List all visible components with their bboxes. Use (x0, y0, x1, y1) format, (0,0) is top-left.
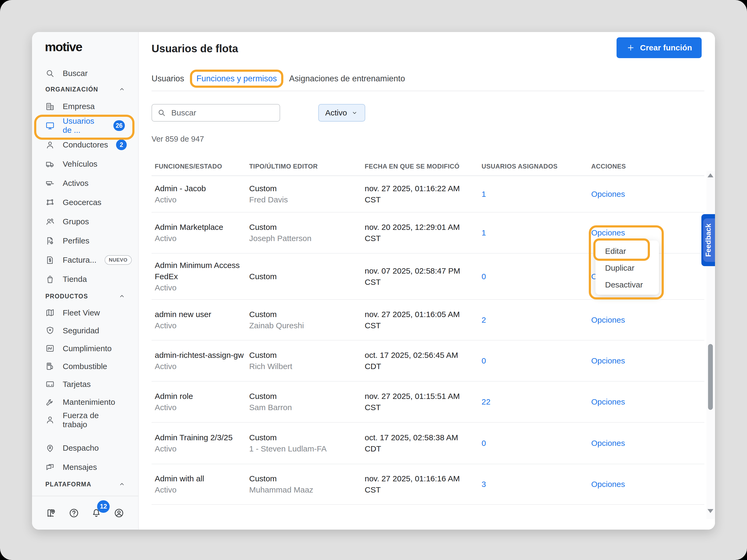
role-name: admin-richtest-assign-gw (155, 350, 249, 361)
sidebar-item-fuerza-de-trabajo[interactable]: Fuerza de trabajo (32, 411, 138, 429)
sidebar-item-despacho[interactable]: Despacho (32, 438, 138, 458)
sidebar-item-label: Despacho (63, 444, 99, 453)
sidebar-item-grupos[interactable]: Grupos (32, 212, 138, 231)
role-type: Custom (249, 391, 365, 402)
assigned-users-link[interactable]: 0 (482, 439, 486, 448)
options-link[interactable]: Opciones (591, 228, 625, 237)
scroll-up-arrow[interactable] (707, 174, 713, 177)
sidebar-item-label: Factura... (63, 256, 97, 265)
sidebar-item-mensajes[interactable]: Mensajes (32, 458, 138, 477)
sidebar-item-facturacion[interactable]: Factura...NUEVO (32, 250, 138, 270)
tab-label: Usuarios (152, 74, 184, 83)
sidebar-item-label: Usuarios de ... (63, 116, 105, 135)
sidebar-item-empresa[interactable]: Empresa (32, 97, 138, 116)
table-row: Admin roleActivoCustomSam Barronnov. 27 … (152, 381, 704, 423)
assigned-users-link[interactable]: 3 (482, 480, 486, 488)
sidebar-item-label: Fleet View (63, 308, 100, 317)
sidebar-item-perfiles[interactable]: Perfiles (32, 231, 138, 250)
sidebar-item-cumplimiento[interactable]: Cumplimiento (32, 340, 138, 357)
role-modified-date: nov. 27 2025, 01:16:16 AM CST (365, 473, 471, 496)
sidebar-item-activos[interactable]: Activos (32, 174, 138, 193)
sidebar-item-label: Grupos (63, 217, 89, 226)
menu-item-editar[interactable]: Editar (595, 243, 659, 260)
account-icon (114, 508, 124, 518)
options-link[interactable]: Opciones (591, 480, 625, 488)
tab-usuarios[interactable]: Usuarios (152, 74, 184, 83)
assigned-users-link[interactable]: 0 (482, 356, 486, 365)
role-editor: Zainab Qureshi (249, 320, 365, 331)
tab-asignaciones-de-entrenamiento[interactable]: Asignaciones de entrenamiento (289, 74, 405, 83)
guide-button[interactable] (46, 508, 56, 518)
sidebar-item-fleet-view[interactable]: Fleet View (32, 304, 138, 322)
role-type: Custom (249, 271, 365, 282)
role-modified-date: oct. 17 2025, 02:58:38 AM CDT (365, 432, 471, 454)
nuevo-badge: NUEVO (105, 255, 132, 265)
sidebar-item-tienda[interactable]: Tienda (32, 270, 138, 289)
chevron-up-icon (118, 85, 126, 93)
sidebar-item-tarjetas[interactable]: Tarjetas (32, 375, 138, 393)
assigned-users-link[interactable]: 1 (482, 228, 486, 237)
sidebar-item-label: Geocercas (63, 198, 101, 207)
feedback-tab[interactable]: Feedback (701, 214, 715, 266)
table-search-input[interactable] (171, 108, 274, 117)
card-icon (45, 379, 55, 389)
assigned-users-link[interactable]: 0 (482, 272, 486, 281)
account-button[interactable] (114, 508, 124, 518)
options-link[interactable]: Opciones (591, 397, 625, 406)
options-link[interactable]: Opciones (591, 439, 625, 448)
count-badge: 26 (113, 120, 125, 131)
role-editor: Rich Wilbert (249, 361, 365, 372)
options-link[interactable]: Opciones (591, 316, 625, 324)
scrollbar-thumb[interactable] (708, 344, 713, 410)
sidebar-footer: 12 (32, 496, 138, 530)
role-status: Activo (155, 361, 249, 372)
assigned-users-link[interactable]: 2 (482, 316, 486, 324)
role-name: Admin Marketplace (155, 221, 249, 233)
screen-background: motive Buscar ORGANIZACIÓNEmpresaUsuario… (0, 0, 747, 560)
sidebar-section-productos[interactable]: PRODUCTOS (32, 289, 138, 304)
table-search-box[interactable] (152, 104, 280, 122)
person-icon (45, 140, 55, 150)
role-modified-date: nov. 27 2025, 01:16:05 AM CST (365, 309, 471, 331)
column-header: FECHA EN QUE SE MODIFICÓ (365, 163, 478, 170)
role-type: Custom (249, 221, 365, 233)
create-role-button[interactable]: Crear función (617, 37, 702, 58)
sidebar-item-mantenimiento[interactable]: Mantenimiento (32, 393, 138, 411)
create-role-button-label: Crear función (640, 43, 692, 52)
column-header: ACCIONES (591, 163, 701, 170)
role-type: Custom (249, 350, 365, 361)
options-context-menu: EditarDuplicarDesactivar (595, 241, 659, 295)
sidebar-item-seguridad[interactable]: Seguridad (32, 322, 138, 340)
role-type: Custom (249, 183, 365, 194)
map-icon (45, 308, 55, 317)
sidebar-section-plataforma[interactable]: PLATAFORMA (32, 477, 138, 492)
compliance-icon (45, 344, 55, 353)
sidebar-item-vehiculos[interactable]: Vehículos (32, 154, 138, 174)
options-link[interactable]: Opciones (591, 356, 625, 365)
invoice-icon (45, 256, 55, 265)
status-filter-dropdown[interactable]: Activo (318, 104, 365, 122)
role-status: Activo (155, 402, 249, 413)
menu-item-desactivar[interactable]: Desactivar (595, 276, 659, 293)
role-name: Admin with all (155, 473, 249, 484)
assigned-users-link[interactable]: 22 (482, 397, 490, 406)
tab-funciones-y-permisos[interactable]: Funciones y permisos (196, 74, 277, 83)
table-row: Admin with allActivoCustomMuhammad Maazn… (152, 464, 704, 505)
sidebar-item-label: Vehículos (63, 159, 97, 168)
sidebar-item-label: Cumplimiento (63, 344, 111, 353)
sidebar-item-combustible[interactable]: Combustible (32, 357, 138, 375)
feedback-tab-label: Feedback (701, 214, 715, 266)
table-row: Admin - JacobActivoCustomFred Davisnov. … (152, 176, 704, 213)
sidebar-search[interactable]: Buscar (32, 65, 138, 82)
sidebar-item-conductores[interactable]: Conductores2 (32, 135, 138, 154)
options-link[interactable]: Opciones (591, 190, 625, 198)
menu-item-duplicar[interactable]: Duplicar (595, 260, 659, 276)
help-button[interactable] (69, 508, 79, 518)
sidebar-section-organización[interactable]: ORGANIZACIÓN (32, 82, 138, 97)
assigned-users-link[interactable]: 1 (482, 190, 486, 198)
role-modified-date: nov. 27 2025, 01:16:22 AM CST (365, 183, 471, 205)
scroll-down-arrow[interactable] (707, 509, 713, 513)
sidebar-item-geocercas[interactable]: Geocercas (32, 193, 138, 212)
sidebar-item-usuarios-de-flota[interactable]: Usuarios de ...26 (32, 116, 138, 135)
notifications-button[interactable]: 12 (91, 508, 102, 518)
